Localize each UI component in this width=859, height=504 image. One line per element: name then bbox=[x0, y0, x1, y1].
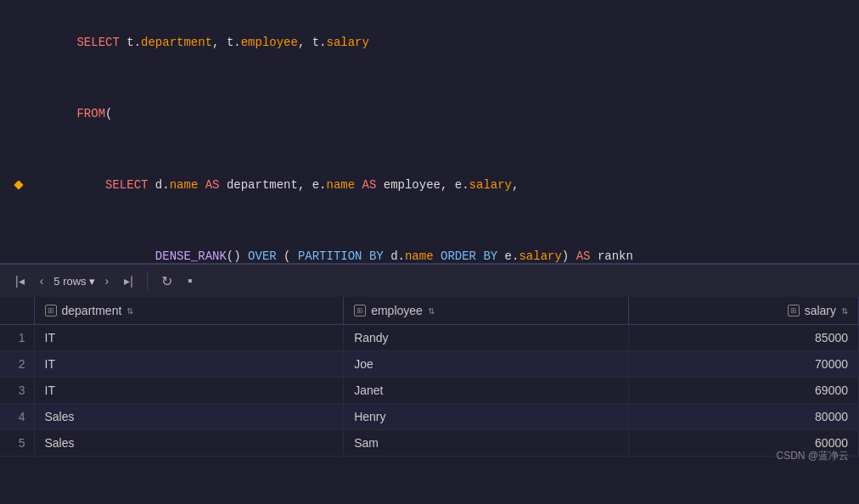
first-page-button[interactable]: |◂ bbox=[10, 272, 30, 289]
department-col-icon: ⊞ bbox=[45, 305, 57, 316]
row-number: 3 bbox=[0, 378, 34, 404]
code-line-1: SELECT t.department, t.employee, t.salar… bbox=[0, 7, 859, 78]
prev-page-button[interactable]: ‹ bbox=[35, 272, 49, 289]
row-num-header bbox=[0, 297, 34, 325]
next-page-button[interactable]: › bbox=[100, 272, 115, 289]
rows-chevron-icon: ▾ bbox=[89, 275, 95, 288]
employee-cell: Henry bbox=[344, 404, 629, 430]
row-number: 1 bbox=[0, 325, 34, 351]
employee-header[interactable]: ⊞ employee ⇅ bbox=[344, 297, 629, 325]
salary-col-icon: ⊞ bbox=[788, 305, 800, 316]
code-text-4: DENSE_RANK() OVER ( PARTITION BY d.name … bbox=[31, 221, 633, 263]
rows-count-label: 5 rows bbox=[53, 275, 86, 288]
salary-cell: 69000 bbox=[629, 378, 859, 404]
department-header-label: department bbox=[62, 304, 122, 317]
department-sort-icon[interactable]: ⇅ bbox=[126, 306, 133, 316]
gutter-3 bbox=[7, 178, 31, 192]
row-number: 4 bbox=[0, 404, 34, 430]
gutter-diamond-3 bbox=[12, 178, 25, 192]
table-row: 1ITRandy85000 bbox=[0, 325, 859, 351]
code-line-4: DENSE_RANK() OVER ( PARTITION BY d.name … bbox=[0, 221, 859, 263]
results-toolbar: |◂ ‹ 5 rows ▾ › ▸| ↻ ▪ bbox=[0, 263, 859, 297]
code-line-2: FROM( bbox=[0, 78, 859, 149]
table-header-row: ⊞ department ⇅ ⊞ employee ⇅ bbox=[0, 297, 859, 325]
department-cell: Sales bbox=[34, 404, 344, 430]
employee-cell: Janet bbox=[344, 378, 629, 404]
table-body: 1ITRandy850002ITJoe700003ITJanet690004Sa… bbox=[0, 325, 859, 456]
table-row: 5SalesSam60000 bbox=[0, 430, 859, 456]
salary-cell: 85000 bbox=[629, 325, 859, 351]
watermark: CSDN @蓝净云 bbox=[776, 449, 849, 463]
last-page-button[interactable]: ▸| bbox=[119, 272, 138, 289]
keyword-select: SELECT bbox=[76, 36, 119, 49]
salary-header[interactable]: ⊞ salary ⇅ bbox=[629, 297, 859, 325]
department-header[interactable]: ⊞ department ⇅ bbox=[34, 297, 344, 325]
code-editor: SELECT t.department, t.employee, t.salar… bbox=[0, 0, 859, 263]
table-row: 2ITJoe70000 bbox=[0, 351, 859, 378]
department-cell: IT bbox=[34, 351, 344, 378]
employee-col-icon: ⊞ bbox=[354, 305, 366, 316]
table-row: 4SalesHenry80000 bbox=[0, 404, 859, 430]
results-table: ⊞ department ⇅ ⊞ employee ⇅ bbox=[0, 297, 859, 456]
employee-sort-icon[interactable]: ⇅ bbox=[428, 306, 435, 316]
table-row: 3ITJanet69000 bbox=[0, 378, 859, 404]
department-cell: IT bbox=[34, 378, 344, 404]
stop-button[interactable]: ▪ bbox=[182, 272, 198, 290]
employee-cell: Joe bbox=[344, 351, 629, 378]
code-text-3: SELECT d.name AS department, e.name AS e… bbox=[31, 149, 519, 221]
row-number: 2 bbox=[0, 351, 34, 378]
salary-header-label: salary bbox=[805, 304, 836, 317]
code-line-3: SELECT d.name AS department, e.name AS e… bbox=[0, 149, 859, 221]
salary-sort-icon[interactable]: ⇅ bbox=[841, 306, 848, 316]
employee-cell: Sam bbox=[344, 430, 629, 456]
results-container: |◂ ‹ 5 rows ▾ › ▸| ↻ ▪ ⊞ department ⇅ bbox=[0, 263, 859, 470]
department-cell: IT bbox=[34, 325, 344, 351]
code-text-1: SELECT t.department, t.employee, t.salar… bbox=[31, 7, 369, 78]
department-cell: Sales bbox=[34, 430, 344, 456]
row-number: 5 bbox=[0, 430, 34, 456]
code-text-2: FROM( bbox=[31, 78, 112, 149]
results-table-wrapper: ⊞ department ⇅ ⊞ employee ⇅ bbox=[0, 297, 859, 456]
employee-cell: Randy bbox=[344, 325, 629, 351]
salary-cell: 80000 bbox=[629, 404, 859, 430]
employee-header-label: employee bbox=[371, 304, 423, 317]
rows-selector[interactable]: 5 rows ▾ bbox=[53, 275, 94, 288]
toolbar-divider bbox=[147, 272, 148, 290]
refresh-button[interactable]: ↻ bbox=[156, 272, 177, 291]
salary-cell: 70000 bbox=[629, 351, 859, 378]
